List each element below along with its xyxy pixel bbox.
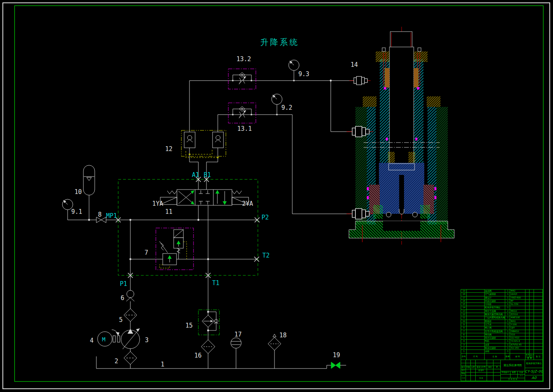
field-approve: 批准 <box>475 375 487 381</box>
parts-list-row: 5 高压过滤器 1 GU-H10 <box>461 336 542 339</box>
row-remark <box>534 336 542 339</box>
manifold-boundary <box>118 179 258 275</box>
row-no: 6 <box>461 333 466 336</box>
label-8: 8 <box>98 211 102 218</box>
label-17: 17 <box>234 331 242 338</box>
row-name: 船用多级升降缸 <box>484 306 505 309</box>
row-remark <box>534 299 542 303</box>
row-no: 16 <box>461 299 466 303</box>
pressure-line <box>68 217 257 275</box>
row-model: MK10 <box>510 309 525 313</box>
outer-housing <box>355 107 367 224</box>
header-name: 名 称 <box>484 353 505 360</box>
row-model: M42 <box>510 289 525 292</box>
row-code <box>466 303 484 306</box>
row-name: 三位四通电磁换向阀 <box>484 316 505 319</box>
drain-valve-19 <box>331 362 336 369</box>
parts-list-row: 14 船用多级升降缸 1 <box>461 306 542 309</box>
row-qty: 3 <box>505 323 510 326</box>
parts-list-row: 18 空气滤清器 1 QUQ3 <box>461 292 542 296</box>
row-qty: 1 <box>505 306 510 309</box>
title-block-signatures: 标记 处数 分区 更改文件号 签名 年、月、日 设计 标准化 审核 工艺 <box>461 360 500 381</box>
row-model: RF <box>510 299 525 303</box>
label-b1: B1 <box>204 171 211 179</box>
row-model: YWZ-498 <box>510 296 525 299</box>
row-name: 单向阀 <box>484 333 505 336</box>
header-code: 代 号 <box>466 353 484 360</box>
header-total: 总计 <box>530 354 534 357</box>
row-qty: 1 <box>505 326 510 329</box>
row-code <box>466 343 484 346</box>
row-unit-weight <box>525 303 529 306</box>
parts-list-row: 8 截止阀 1 QJH <box>461 326 542 329</box>
row-name: 冷却器 <box>484 303 505 306</box>
label-1ya: 1YA <box>152 200 163 207</box>
row-unit-weight <box>525 333 529 336</box>
field-audit: 审核 <box>461 372 466 375</box>
row-name: 蓄能器 <box>484 320 505 323</box>
row-code <box>466 333 484 336</box>
label-12: 12 <box>165 145 172 153</box>
label-p1: P1 <box>120 280 127 288</box>
row-unit-weight <box>525 339 529 343</box>
cad-drawing-canvas: 13.2 13.1 9.3 9.2 9.1 12 11 10 8 7 6 5 4… <box>0 0 553 392</box>
row-unit-weight <box>525 343 529 346</box>
row-total-weight <box>529 316 534 319</box>
pump-suction-branch <box>98 275 140 369</box>
row-name: 空气滤清器 <box>484 292 505 296</box>
row-remark <box>534 306 542 309</box>
parts-list-row: 13 单向节流阀 2 MK10 <box>461 309 542 313</box>
parts-list-header: 序号 代 号 名 称 数量 材 料 单件 总计 重 量 备 注 <box>461 353 542 360</box>
field-scale: 比例 <box>517 371 525 374</box>
row-model: SL-339 <box>510 303 525 306</box>
parts-list-row: 7 先导式电磁溢流阀 1 DBW10 <box>461 330 542 333</box>
cylinder-port-fitting-top <box>349 77 371 85</box>
row-no: 3 <box>461 343 466 346</box>
row-no: 13 <box>461 309 466 313</box>
row-remark <box>534 292 542 296</box>
motor-m-label: M <box>102 336 105 343</box>
label-13-2: 13.2 <box>236 55 251 63</box>
row-unit-weight <box>525 306 529 309</box>
row-name: 放油阀 <box>484 289 505 292</box>
row-qty: 1 <box>505 336 510 339</box>
doc-type: 液压系统原理图 <box>500 360 525 371</box>
row-total-weight <box>529 320 534 323</box>
row-remark <box>534 316 542 319</box>
row-name: 压力表 <box>484 323 505 326</box>
row-name: 高压过滤器 <box>484 336 505 339</box>
row-unit-weight <box>525 330 529 333</box>
row-no: 19 <box>461 289 466 292</box>
parts-list-row: 9 压力表 3 Y-100 <box>461 323 542 326</box>
white-labels: 13.2 13.1 9.3 9.2 9.1 12 11 10 8 7 6 5 4… <box>71 55 358 368</box>
row-unit-weight <box>525 349 529 353</box>
row-code <box>466 330 484 333</box>
row-unit-weight <box>525 323 529 326</box>
row-model: Y132S-4 <box>510 339 525 343</box>
row-remark <box>534 343 542 346</box>
row-unit-weight <box>525 316 529 319</box>
row-no: 17 <box>461 296 466 299</box>
row-total-weight <box>529 336 534 339</box>
row-qty: 1 <box>505 303 510 306</box>
row-model: A7V50-45 <box>510 343 525 346</box>
tank-line-group <box>96 334 346 369</box>
row-total-weight <box>529 333 534 336</box>
title-block-right: 船用多级升降台 CY-SJZ-00 A0 <box>525 360 543 381</box>
row-code <box>466 316 484 319</box>
row-total-weight <box>529 349 534 353</box>
label-2ya: 2YA <box>242 200 253 207</box>
row-code <box>466 292 484 296</box>
row-qty: 1 <box>505 289 510 292</box>
row-remark <box>534 330 542 333</box>
drawing-title: 升降系统 <box>260 37 299 47</box>
row-name: 油箱 <box>484 349 505 353</box>
row-no: 10 <box>461 320 466 323</box>
row-model: NXQ <box>510 320 525 323</box>
pilot-check-valve-12 <box>181 130 226 190</box>
row-unit-weight <box>525 289 529 292</box>
row-unit-weight <box>525 326 529 329</box>
throttle-check-valve-13-1 <box>228 103 256 123</box>
parts-list-row: 12 叠加式液控单向阀 1 Z2S10 <box>461 313 542 316</box>
label-3: 3 <box>145 337 149 344</box>
